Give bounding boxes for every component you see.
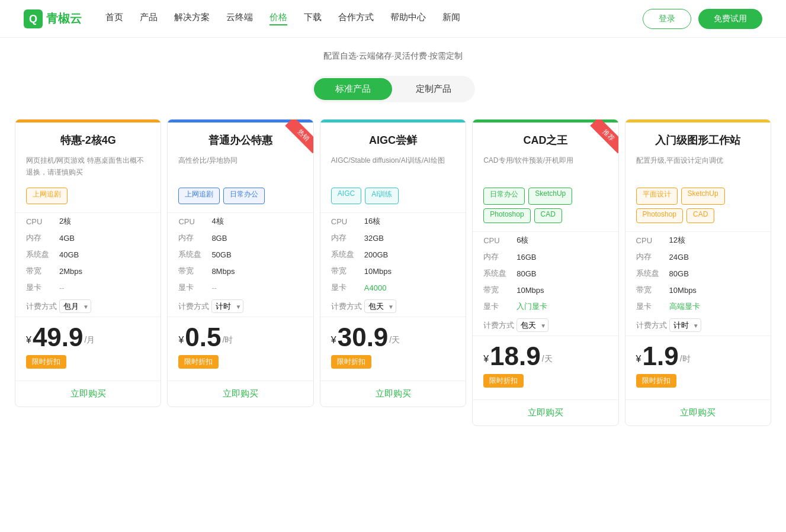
nav-link-news[interactable]: 新闻 xyxy=(442,12,460,25)
billing-select-3[interactable]: 包天包月计时 xyxy=(364,299,396,313)
spec-value: 2Mbps xyxy=(59,267,82,276)
nav-link-price[interactable]: 价格 xyxy=(270,12,287,25)
tabs-wrapper: 标准产品 定制产品 xyxy=(312,76,475,102)
card-tags-2: 上网追剧 日常办公 xyxy=(178,188,302,204)
tag-4-0: 日常办公 xyxy=(483,188,525,205)
svg-text:Q: Q xyxy=(29,13,37,25)
tab-standard[interactable]: 标准产品 xyxy=(314,78,392,100)
discount-btn-5[interactable]: 限时折扣 xyxy=(636,374,676,388)
discount-btn-4[interactable]: 限时折扣 xyxy=(483,374,524,388)
card-tags-3: AIGC AI训练 xyxy=(331,188,455,204)
discount-btn-2[interactable]: 限时折扣 xyxy=(178,355,219,369)
nav-links: 首页 产品 解决方案 云终端 价格 下载 合作方式 帮助中心 新闻 xyxy=(105,12,643,25)
card-title-3: AIGC尝鲜 xyxy=(331,133,455,147)
card-tags-1: 上网追剧 xyxy=(26,188,150,204)
price-unit-1: /月 xyxy=(85,335,95,346)
tag-5-0: 平面设计 xyxy=(636,188,678,205)
price-number-1: 49.9 xyxy=(33,324,84,350)
billing-select-2[interactable]: 计时包月包年 xyxy=(211,299,243,313)
buy-btn-2[interactable]: 立即购买 xyxy=(223,388,258,398)
card-desc-3: AIGC/Stable diffusion/AI训练/AI绘图 xyxy=(331,154,455,180)
tag-5-2: Photoshop xyxy=(636,208,683,224)
spec-label: 内存 xyxy=(26,233,59,243)
logo-text: 青椒云 xyxy=(46,11,82,27)
tag-4-2: Photoshop xyxy=(483,208,530,224)
billing-label: 计费方式 xyxy=(26,301,59,312)
billing-select-4[interactable]: 包天包月计时 xyxy=(516,318,548,332)
tabs-container: 标准产品 定制产品 xyxy=(0,76,786,102)
buy-btn-4[interactable]: 立即购买 xyxy=(528,407,563,417)
nav-link-partner[interactable]: 合作方式 xyxy=(338,12,374,25)
tag-5-3: CAD xyxy=(686,208,714,224)
buy-btn-3[interactable]: 立即购买 xyxy=(376,388,411,398)
nav-link-home[interactable]: 首页 xyxy=(105,12,123,25)
card-desc-5: 配置升级,平面设计定向调优 xyxy=(636,154,760,180)
tag-4-1: SketchUp xyxy=(528,188,572,205)
nav-link-help[interactable]: 帮助中心 xyxy=(390,12,426,25)
cards-container: 特惠-2核4G 网页挂机/网页游戏 特惠桌面售出概不退换，请谨慎购买 上网追剧 … xyxy=(0,119,786,450)
spec-value: -- xyxy=(59,283,65,292)
billing-select-1[interactable]: 包月包年计时 xyxy=(59,299,91,313)
tag-1-0: 上网追剧 xyxy=(26,188,68,204)
card-1: 特惠-2核4G 网页挂机/网页游戏 特惠桌面售出概不退换，请谨慎购买 上网追剧 … xyxy=(15,119,161,407)
trial-button[interactable]: 免费试用 xyxy=(698,9,762,29)
tag-3-1: AI训练 xyxy=(365,188,399,204)
card-tags-5: 平面设计 SketchUp Photoshop CAD xyxy=(636,188,760,223)
buy-btn-1[interactable]: 立即购买 xyxy=(70,388,106,398)
card-desc-1: 网页挂机/网页游戏 特惠桌面售出概不退换，请谨慎购买 xyxy=(26,154,150,180)
page-subtitle: 配置自选·云端储存·灵活付费·按需定制 xyxy=(0,51,786,62)
discount-btn-3[interactable]: 限时折扣 xyxy=(331,355,371,369)
tag-2-1: 日常办公 xyxy=(223,188,265,204)
ribbon-2: 热销 xyxy=(273,120,313,160)
card-2: 热销 普通办公特惠 高性价比/异地协同 上网追剧 日常办公 CPU 4核 内存 … xyxy=(167,119,313,407)
card-title-1: 特惠-2核4G xyxy=(26,133,150,147)
tag-5-1: SketchUp xyxy=(681,188,725,205)
card-4: 推荐 CAD之王 CAD专用/软件预装/开机即用 日常办公 SketchUp P… xyxy=(472,119,618,426)
spec-value: 2核 xyxy=(59,216,71,227)
discount-btn-1[interactable]: 限时折扣 xyxy=(26,355,66,369)
card-5: 入门级图形工作站 配置升级,平面设计定向调优 平面设计 SketchUp Pho… xyxy=(625,119,771,426)
card-3: AIGC尝鲜 AIGC/Stable diffusion/AI训练/AI绘图 A… xyxy=(320,119,466,407)
page-header: 配置自选·云端储存·灵活付费·按需定制 xyxy=(0,38,786,66)
logo-icon: Q xyxy=(24,9,43,28)
navbar: Q 青椒云 首页 产品 解决方案 云终端 价格 下载 合作方式 帮助中心 新闻 … xyxy=(0,0,786,38)
login-button[interactable]: 登录 xyxy=(643,9,691,29)
card-title-5: 入门级图形工作站 xyxy=(636,133,760,147)
tab-custom[interactable]: 定制产品 xyxy=(394,78,473,100)
spec-label: 带宽 xyxy=(26,266,59,276)
nav-link-download[interactable]: 下载 xyxy=(304,12,322,25)
tag-2-0: 上网追剧 xyxy=(178,188,220,204)
tag-3-0: AIGC xyxy=(331,188,361,204)
logo[interactable]: Q 青椒云 xyxy=(24,9,82,28)
tag-4-3: CAD xyxy=(534,208,562,224)
spec-label: CPU xyxy=(26,217,59,226)
nav-link-terminal[interactable]: 云终端 xyxy=(226,12,253,25)
buy-btn-5[interactable]: 立即购买 xyxy=(680,407,716,417)
nav-link-product[interactable]: 产品 xyxy=(140,12,158,25)
card-tags-4: 日常办公 SketchUp Photoshop CAD xyxy=(483,188,607,223)
nav-link-solution[interactable]: 解决方案 xyxy=(174,12,210,25)
billing-select-5[interactable]: 计时包月包天 xyxy=(669,318,701,332)
nav-actions: 登录 免费试用 xyxy=(643,9,762,29)
price-currency-1: ¥ xyxy=(26,335,31,346)
spec-label: 系统盘 xyxy=(26,249,59,260)
spec-label: 显卡 xyxy=(26,282,59,293)
spec-value: 4GB xyxy=(59,234,75,243)
spec-value: 40GB xyxy=(59,250,79,259)
ribbon-4: 推荐 xyxy=(578,120,618,160)
